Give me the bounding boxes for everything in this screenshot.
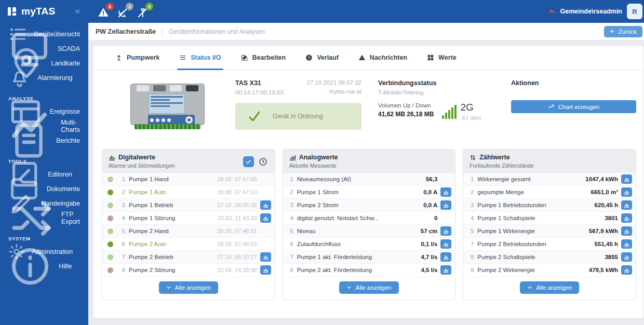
row-value: 3801 bbox=[605, 215, 618, 221]
tab-label: Nachrichten bbox=[370, 54, 407, 61]
row-label: Pumpe 1 Auto bbox=[129, 189, 166, 195]
device-host: mytas.rse.at bbox=[306, 88, 361, 94]
tab-status-i-o[interactable]: Status I/O bbox=[179, 46, 221, 70]
row-value: 4,7 l/s bbox=[421, 254, 437, 260]
tab-pumpwerk[interactable]: Pumpwerk bbox=[115, 46, 159, 70]
topbar: 530 Gemeinde\rseadmin R bbox=[88, 0, 644, 23]
open-chart-button[interactable] bbox=[621, 252, 632, 262]
chevron-right-icon bbox=[79, 249, 80, 254]
row-label: Pumpe 1 Betriebsstunden bbox=[477, 202, 546, 208]
row-value: 0 bbox=[434, 215, 437, 221]
create-chart-button[interactable]: Chart erzeugen bbox=[511, 100, 636, 113]
row-value: 0,1 l/s bbox=[421, 241, 437, 247]
device-status-label: Gerät in Ordnung bbox=[273, 113, 323, 120]
row-number: 4 bbox=[120, 215, 125, 221]
open-chart-button[interactable] bbox=[621, 226, 632, 236]
sidebar-item-label: Berichte bbox=[56, 137, 80, 144]
row-label: digital genutzt: Notstart Schw... bbox=[297, 215, 379, 221]
row-value: 1047,4 kWh bbox=[585, 176, 618, 182]
counter-row: 2gepumpte Menge6651,0 m³ bbox=[463, 186, 636, 199]
show-all-digital-button[interactable]: Alle anzeigen bbox=[159, 281, 218, 294]
digital-row: 3Pumpe 1 Betrieb27.10. 08:05:36 bbox=[102, 199, 275, 212]
open-chart-button[interactable] bbox=[440, 239, 451, 249]
open-chart-button[interactable] bbox=[440, 252, 451, 262]
alarms-button[interactable]: 5 bbox=[98, 5, 111, 18]
row-number: 1 bbox=[120, 176, 125, 182]
row-value: 6651,0 m³ bbox=[591, 189, 618, 195]
signal-strength: -51 dbm bbox=[460, 115, 481, 121]
chart-button-slot bbox=[257, 213, 271, 223]
open-chart-button[interactable] bbox=[260, 213, 271, 223]
open-chart-button[interactable] bbox=[260, 252, 271, 262]
back-button[interactable]: Zurück bbox=[604, 26, 642, 37]
open-chart-button[interactable] bbox=[621, 265, 632, 275]
chevron-down-icon bbox=[166, 285, 171, 290]
chart-button-slot bbox=[257, 265, 271, 275]
sidebar-item-label: Ereignisse bbox=[50, 108, 80, 115]
sidebar-item-hilfe[interactable]: Hilfe bbox=[0, 259, 88, 274]
device-mac: 00:14:17:00:19:E5 bbox=[235, 89, 284, 96]
sidebar-item-ftp-export[interactable]: FTP Export bbox=[0, 211, 88, 225]
digital-rows: 1Pumpe 1 Hand28.08. 07:47:092Pumpe 1 Aut… bbox=[102, 173, 275, 277]
row-value: 0,0 A bbox=[423, 202, 437, 208]
open-chart-button[interactable] bbox=[621, 174, 632, 184]
open-chart-button[interactable] bbox=[260, 200, 271, 210]
open-chart-button[interactable] bbox=[440, 187, 451, 197]
bell-icon bbox=[8, 66, 31, 89]
panel-subtitle: Aktuelle Messwerte bbox=[289, 162, 449, 169]
warning-icon bbox=[358, 54, 366, 61]
row-label: Wirkenergie gesamt bbox=[477, 176, 530, 182]
row-label: Pumpe 2 Wirkenergie bbox=[477, 267, 535, 273]
device-info-section: TAS X31 00:14:17:00:19:E5 27.10.2021 08:… bbox=[93, 70, 643, 141]
row-number: 1 bbox=[468, 176, 474, 182]
open-chart-button[interactable] bbox=[440, 200, 451, 210]
chart-bar-icon bbox=[624, 189, 629, 195]
counter-row: 8Pumpe 2 Schaltspiele3855 bbox=[463, 251, 636, 264]
app-title: myTAS bbox=[21, 6, 56, 17]
panel-title: Zählwerte bbox=[479, 154, 509, 161]
row-number: 8 bbox=[288, 267, 293, 273]
tab-bar: PumpwerkStatus I/OBearbeitenVerlaufNachr… bbox=[93, 46, 643, 70]
tab-werte[interactable]: Werte bbox=[427, 46, 457, 70]
chart-bar-icon bbox=[263, 215, 269, 221]
row-timestamp: 20.04. 14:28:08 bbox=[217, 267, 257, 273]
history-icon bbox=[305, 54, 313, 61]
history-button[interactable] bbox=[258, 156, 269, 167]
open-chart-button[interactable] bbox=[621, 200, 632, 210]
row-label: Pumpe 2 Betriebsstunden bbox=[477, 241, 546, 247]
content: PumpwerkStatus I/OBearbeitenVerlaufNachr… bbox=[88, 40, 644, 325]
open-chart-button[interactable] bbox=[621, 187, 632, 197]
tab-bearbeiten[interactable]: Bearbeiten bbox=[241, 46, 286, 70]
connection-lost-button[interactable]: 3 bbox=[117, 5, 131, 18]
chart-button-slot bbox=[618, 200, 632, 210]
tab-label: Verlauf bbox=[317, 54, 339, 61]
sidebar-collapse-icon[interactable] bbox=[74, 8, 81, 15]
sidebar-item-berichte[interactable]: Berichte bbox=[0, 133, 88, 148]
create-chart-label: Chart erzeugen bbox=[558, 104, 599, 110]
tab-verlauf[interactable]: Verlauf bbox=[305, 46, 339, 70]
chart-button-slot bbox=[618, 213, 632, 223]
switch-back-user-icon[interactable] bbox=[548, 8, 556, 15]
user-avatar-button[interactable]: R bbox=[627, 4, 642, 19]
open-chart-button[interactable] bbox=[621, 213, 632, 223]
show-all-analog-button[interactable]: Alle anzeigen bbox=[339, 281, 398, 294]
open-chart-button[interactable] bbox=[621, 239, 632, 249]
connection-restored-button[interactable]: 0 bbox=[137, 5, 151, 18]
panel-subtitle: Fortlaufende Zählerstände bbox=[469, 162, 629, 169]
signal-block: 2G -51 dbm bbox=[442, 102, 481, 121]
row-number: 8 bbox=[468, 254, 474, 260]
row-value: 0,0 A bbox=[423, 189, 437, 195]
breadcrumb-device-name: PW Zellacherstraße bbox=[96, 28, 156, 35]
digital-row: 7Pumpe 2 Betrieb27.10. 06:10:27 bbox=[102, 251, 275, 264]
row-label: Pumpe 2 Schaltspiele bbox=[477, 254, 535, 260]
show-all-counter-button[interactable]: Alle anzeigen bbox=[520, 281, 579, 294]
open-chart-button[interactable] bbox=[440, 226, 451, 236]
tab-nachrichten[interactable]: Nachrichten bbox=[358, 46, 407, 70]
sort-arrows-icon bbox=[469, 154, 476, 161]
row-label: gepumpte Menge bbox=[477, 189, 524, 195]
acknowledge-all-button[interactable] bbox=[243, 156, 254, 167]
row-number: 6 bbox=[288, 241, 293, 247]
open-chart-button[interactable] bbox=[260, 265, 271, 275]
open-chart-button[interactable] bbox=[440, 265, 451, 275]
row-label: Pumpe 2 Auto bbox=[129, 241, 166, 247]
